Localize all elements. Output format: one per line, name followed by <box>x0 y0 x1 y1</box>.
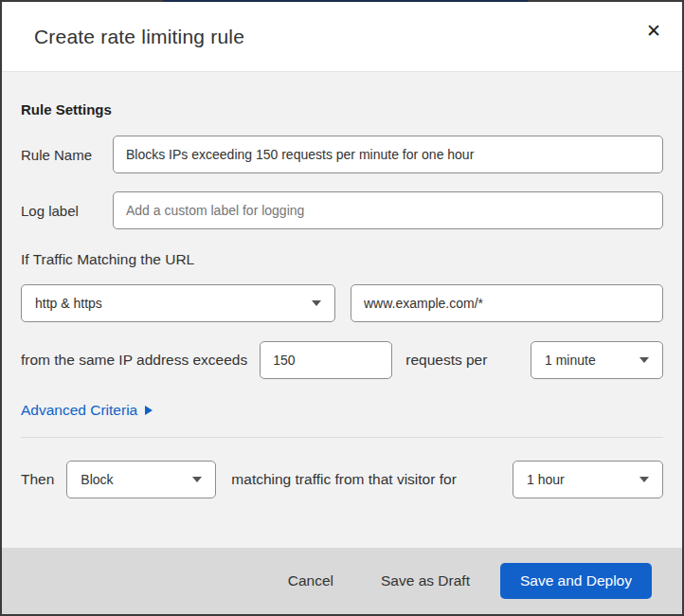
rule-name-row: Rule Name <box>21 136 663 173</box>
dialog-header: Create rate limiting rule ✕ <box>2 2 682 72</box>
dialog-footer: Cancel Save as Draft Save and Deploy <box>2 548 682 614</box>
advanced-criteria-label: Advanced Criteria <box>21 402 137 419</box>
action-select-value: Block <box>81 472 113 487</box>
duration-select[interactable]: 1 hour <box>513 461 663 498</box>
advanced-criteria-link[interactable]: Advanced Criteria <box>21 402 153 419</box>
traffic-match-intro: If Traffic Matching the URL <box>21 251 663 268</box>
rule-settings-heading: Rule Settings <box>21 101 663 118</box>
save-and-deploy-button[interactable]: Save and Deploy <box>500 563 652 599</box>
close-icon: ✕ <box>646 20 661 41</box>
log-label-row: Log label <box>21 191 663 229</box>
period-select-value: 1 minute <box>545 353 596 368</box>
rule-name-label: Rule Name <box>21 147 113 163</box>
chevron-down-icon <box>192 477 202 482</box>
matching-traffic-text: matching traffic from that visitor for <box>231 471 456 488</box>
then-text: Then <box>21 471 54 488</box>
cancel-button[interactable]: Cancel <box>284 567 337 595</box>
period-select[interactable]: 1 minute <box>531 341 663 379</box>
save-as-draft-button[interactable]: Save as Draft <box>377 567 474 595</box>
expand-arrow-icon <box>145 406 153 415</box>
section-divider <box>21 437 663 438</box>
scheme-select[interactable]: http & https <box>21 284 335 322</box>
chevron-down-icon <box>312 300 321 306</box>
duration-select-value: 1 hour <box>527 472 565 487</box>
url-pattern-input[interactable] <box>351 284 663 322</box>
url-match-row: http & https <box>21 284 663 322</box>
threshold-row: from the same IP address exceeds request… <box>21 341 663 379</box>
chevron-down-icon <box>639 477 649 482</box>
scheme-select-value: http & https <box>35 296 102 311</box>
requests-per-text: requests per <box>405 352 487 369</box>
close-button[interactable]: ✕ <box>639 15 669 45</box>
dialog-body: Rule Settings Rule Name Log label If Tra… <box>2 72 682 548</box>
action-row: Then Block matching traffic from that vi… <box>21 461 663 498</box>
log-label-input[interactable] <box>113 191 663 229</box>
window-frame: Create rate limiting rule ✕ Rule Setting… <box>0 0 684 616</box>
action-select[interactable]: Block <box>66 461 216 498</box>
create-rate-limit-dialog: Create rate limiting rule ✕ Rule Setting… <box>2 2 682 614</box>
rule-name-input[interactable] <box>113 136 663 173</box>
chevron-down-icon <box>639 357 649 363</box>
dialog-title: Create rate limiting rule <box>34 26 244 48</box>
request-count-input[interactable] <box>260 341 392 379</box>
log-label-label: Log label <box>21 203 113 219</box>
threshold-prefix-text: from the same IP address exceeds <box>21 352 247 369</box>
